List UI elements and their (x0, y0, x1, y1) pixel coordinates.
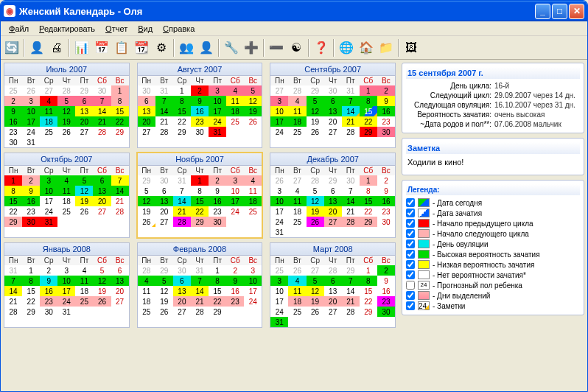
legend-checkbox[interactable] (406, 270, 415, 279)
day-cell[interactable] (324, 317, 342, 327)
day-cell[interactable] (360, 317, 377, 327)
day-cell[interactable]: 1 (111, 85, 129, 96)
day-cell[interactable]: 24 (57, 296, 75, 307)
day-cell[interactable]: 15 (360, 106, 377, 116)
day-cell[interactable]: 28 (93, 127, 111, 137)
day-cell[interactable]: 30 (209, 217, 226, 227)
day-cell[interactable] (111, 307, 129, 317)
day-cell[interactable]: 10 (244, 276, 262, 286)
day-cell[interactable]: 3 (40, 175, 57, 186)
day-cell[interactable]: 7 (4, 276, 22, 286)
day-cell[interactable]: 8 (111, 96, 129, 106)
day-cell[interactable]: 10 (40, 186, 57, 196)
day-cell[interactable]: 4 (226, 85, 244, 96)
day-cell[interactable]: 7 (93, 96, 111, 106)
day-cell[interactable]: 25 (40, 127, 57, 137)
day-cell[interactable] (93, 137, 111, 147)
day-cell[interactable]: 21 (342, 296, 360, 307)
day-cell[interactable]: 30 (377, 217, 395, 227)
day-cell[interactable]: 12 (307, 286, 324, 296)
day-cell[interactable]: 14 (4, 286, 22, 296)
day-cell[interactable]: 7 (342, 96, 360, 106)
day-cell[interactable]: 22 (360, 116, 377, 127)
toolbar-btn-6[interactable]: 📆 (132, 38, 151, 57)
day-cell[interactable]: 25 (57, 206, 75, 217)
day-cell[interactable]: 15 (191, 196, 209, 206)
maximize-button[interactable]: □ (552, 4, 567, 19)
day-cell[interactable]: 6 (173, 276, 191, 286)
day-cell[interactable]: 22 (209, 296, 226, 307)
day-cell[interactable]: 27 (93, 206, 111, 217)
day-cell[interactable]: 9 (22, 186, 40, 196)
day-cell[interactable]: 24 (244, 296, 262, 307)
day-cell[interactable]: 9 (40, 276, 57, 286)
day-cell[interactable]: 10 (270, 106, 288, 116)
day-cell[interactable]: 26 (244, 116, 262, 127)
day-cell[interactable]: 3 (244, 265, 262, 276)
day-cell[interactable]: 8 (360, 186, 377, 196)
day-cell[interactable]: 11 (40, 106, 57, 116)
month-header[interactable]: Январь 2008 (4, 243, 129, 256)
day-cell[interactable] (111, 137, 129, 147)
day-cell[interactable]: 21 (4, 296, 22, 307)
day-cell[interactable]: 18 (288, 206, 306, 217)
day-cell[interactable]: 6 (324, 186, 342, 196)
day-cell[interactable]: 30 (324, 85, 342, 96)
day-cell[interactable] (40, 227, 57, 237)
day-cell[interactable] (75, 217, 93, 227)
day-cell[interactable]: 12 (155, 286, 173, 296)
day-cell[interactable]: 28 (57, 85, 75, 96)
day-cell[interactable] (342, 227, 360, 237)
day-cell[interactable]: 8 (209, 276, 226, 286)
day-cell[interactable]: 22 (360, 296, 377, 307)
menu-edit[interactable]: Редактировать (34, 23, 100, 35)
day-cell[interactable]: 5 (138, 186, 155, 196)
day-cell[interactable]: 12 (138, 196, 155, 206)
month-header[interactable]: Декабрь 2007 (270, 153, 395, 166)
day-cell[interactable]: 7 (155, 96, 173, 106)
day-cell[interactable] (191, 317, 209, 327)
day-cell[interactable] (155, 317, 173, 327)
day-cell[interactable]: 12 (75, 186, 93, 196)
day-cell[interactable]: 6 (93, 175, 111, 186)
day-cell[interactable]: 16 (40, 286, 57, 296)
day-cell[interactable]: 1 (360, 265, 377, 276)
day-cell[interactable] (138, 227, 155, 237)
menu-report[interactable]: Отчет (100, 23, 133, 35)
day-cell[interactable] (288, 227, 306, 237)
day-cell[interactable] (93, 307, 111, 317)
day-cell[interactable] (209, 317, 226, 327)
day-cell[interactable]: 28 (155, 127, 173, 137)
day-cell[interactable]: 15 (4, 196, 22, 206)
day-cell[interactable] (244, 127, 262, 137)
day-cell[interactable]: 17 (270, 296, 288, 307)
day-cell[interactable]: 24 (270, 217, 288, 227)
day-cell[interactable]: 10 (22, 106, 40, 116)
day-cell[interactable]: 14 (111, 186, 129, 196)
day-cell[interactable]: 27 (75, 127, 93, 137)
day-cell[interactable]: 24 (209, 116, 226, 127)
day-cell[interactable]: 6 (138, 96, 155, 106)
month-header[interactable]: Март 2008 (270, 243, 395, 256)
day-cell[interactable]: 22 (360, 206, 377, 217)
day-cell[interactable]: 4 (75, 265, 93, 276)
day-cell[interactable]: 30 (4, 137, 22, 147)
day-cell[interactable]: 27 (173, 307, 191, 317)
day-cell[interactable] (57, 217, 75, 227)
legend-checkbox[interactable] (406, 219, 415, 228)
day-cell[interactable]: 2 (22, 175, 40, 186)
day-cell[interactable]: 1 (22, 265, 40, 276)
toolbar-btn-2[interactable]: 🖨 (47, 38, 66, 57)
day-cell[interactable] (209, 137, 226, 147)
day-cell[interactable]: 4 (138, 276, 155, 286)
day-cell[interactable]: 13 (324, 106, 342, 116)
day-cell[interactable]: 28 (173, 217, 191, 227)
day-cell[interactable]: 3 (270, 276, 288, 286)
legend-checkbox[interactable] (406, 250, 415, 259)
day-cell[interactable]: 25 (226, 116, 244, 127)
day-cell[interactable]: 9 (377, 186, 395, 196)
day-cell[interactable]: 21 (111, 196, 129, 206)
toolbar-btn-0[interactable]: 🔄 (2, 38, 21, 57)
day-cell[interactable]: 2 (191, 85, 209, 96)
day-cell[interactable]: 2 (226, 265, 244, 276)
